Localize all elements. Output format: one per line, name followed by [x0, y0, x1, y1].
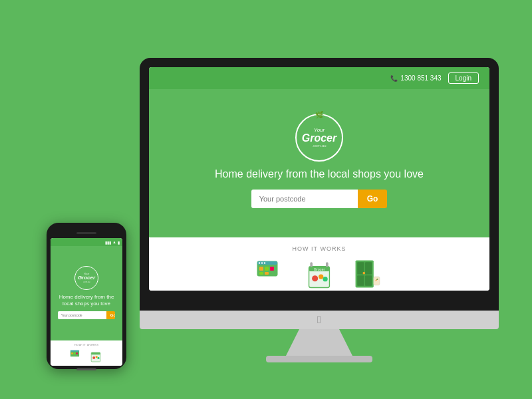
svg-rect-5: [259, 267, 263, 271]
svg-rect-31: [76, 352, 78, 354]
signal-icon: ▮▮▮: [105, 240, 111, 245]
svg-point-15: [323, 277, 327, 281]
svg-rect-7: [270, 267, 274, 271]
svg-point-24: [362, 272, 365, 275]
how-icons-row: Grocer: [256, 257, 382, 291]
svg-rect-23: [365, 275, 372, 285]
svg-rect-22: [357, 275, 364, 285]
logo-comau: .com.au: [312, 144, 326, 148]
svg-rect-21: [365, 262, 372, 274]
shop-browse-icon: [256, 257, 289, 291]
svg-point-36: [97, 357, 99, 359]
iphone-frame: ▮▮▮ ▲ ▮ Your Grocer .com.au Home deliver…: [47, 223, 126, 369]
site-header: 📞 1300 851 343 Login: [149, 67, 489, 89]
logo-icon: 🌿: [315, 111, 323, 118]
iphone-speaker: [76, 232, 96, 234]
iphone-postcode-form: Go: [58, 311, 115, 319]
imac-chin: : [140, 311, 499, 329]
go-button[interactable]: Go: [358, 190, 388, 208]
svg-rect-6: [265, 267, 269, 271]
iphone-postcode-input[interactable]: [58, 311, 106, 319]
postcode-form: Go: [251, 190, 388, 208]
logo-grocer: Grocer: [302, 133, 336, 144]
iphone-body: HOW IT WORKS: [51, 340, 122, 366]
svg-rect-9: [265, 272, 269, 275]
svg-rect-17: [326, 262, 329, 267]
svg-rect-30: [74, 352, 76, 354]
imac-stand: [286, 329, 352, 356]
phone-icon: 📞: [390, 75, 398, 82]
apple-logo-icon: : [317, 314, 321, 326]
svg-point-4: [264, 262, 265, 263]
delivery-door-icon: 🥕: [349, 257, 382, 291]
iphone-how-icons-row: [55, 348, 118, 363]
imac-frame: 📞 1300 851 343 Login 🌿 Your Grocer .com.…: [140, 58, 499, 311]
hero-section: 🌿 Your Grocer .com.au Home delivery from…: [149, 89, 489, 237]
svg-rect-16: [310, 262, 313, 267]
iphone-home-bar: [76, 368, 96, 370]
login-button[interactable]: Login: [448, 72, 479, 84]
postcode-input[interactable]: [251, 190, 358, 208]
svg-text:Grocer: Grocer: [314, 267, 325, 271]
logo-circle: 🌿 Your Grocer .com.au: [295, 114, 343, 162]
iphone-logo-circle: Your Grocer .com.au: [74, 266, 98, 290]
imac-base: [266, 356, 372, 362]
iphone-device: ▮▮▮ ▲ ▮ Your Grocer .com.au Home deliver…: [47, 223, 126, 369]
svg-rect-33: [91, 352, 100, 354]
svg-point-14: [319, 274, 323, 279]
iphone-status-bar: ▮▮▮ ▲ ▮: [51, 238, 122, 246]
iphone-how-it-works-title: HOW IT WORKS: [55, 343, 118, 346]
svg-point-13: [312, 275, 318, 281]
svg-text:🥕: 🥕: [375, 278, 378, 281]
svg-rect-29: [71, 352, 73, 354]
svg-rect-1: [257, 261, 277, 265]
iphone-go-button[interactable]: Go: [106, 311, 115, 319]
svg-rect-28: [70, 350, 79, 352]
wifi-icon: ▲: [112, 240, 116, 244]
iphone-screen: ▮▮▮ ▲ ▮ Your Grocer .com.au Home deliver…: [51, 238, 122, 366]
svg-rect-8: [259, 272, 263, 275]
battery-icon: ▮: [118, 240, 120, 245]
phone-info: 📞 1300 851 343: [390, 74, 441, 82]
svg-point-3: [261, 262, 263, 263]
phone-number: 1300 851 343: [400, 74, 441, 82]
site-body: HOW IT WORKS: [149, 237, 489, 291]
svg-point-2: [259, 262, 260, 263]
iphone-shop-icon: [70, 348, 84, 363]
svg-point-34: [92, 356, 95, 359]
hero-tagline: Home delivery from the local shops you l…: [215, 168, 424, 180]
iphone-bag-icon: [88, 348, 103, 363]
iphone-logo-comau: .com.au: [83, 281, 90, 283]
iphone-hero: Your Grocer .com.au Home delivery from t…: [51, 246, 122, 340]
scene: 📞 1300 851 343 Login 🌿 Your Grocer .com.…: [13, 10, 519, 389]
iphone-tagline: Home delivery from the local shops you l…: [55, 294, 118, 308]
iphone-logo-grocer: Grocer: [78, 275, 95, 281]
how-it-works-title: HOW IT WORKS: [293, 245, 346, 252]
svg-point-35: [96, 356, 98, 358]
imac-screen: 📞 1300 851 343 Login 🌿 Your Grocer .com.…: [149, 67, 489, 291]
imac-device: 📞 1300 851 343 Login 🌿 Your Grocer .com.…: [140, 58, 499, 362]
grocery-bag-icon: Grocer: [303, 257, 336, 291]
